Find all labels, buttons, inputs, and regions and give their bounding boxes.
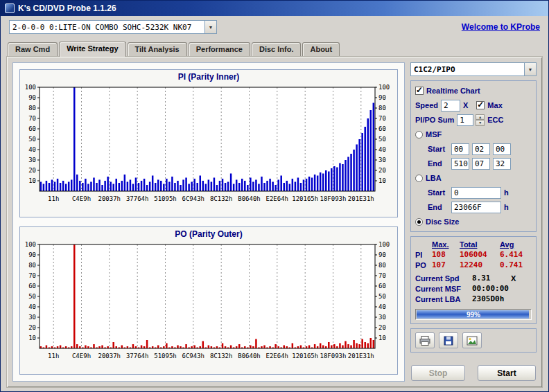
tab-label: Write Strategy (67, 44, 118, 53)
pipo-sum-row: PI/PO Sum 1 ▲ ▼ ECC (415, 114, 532, 126)
stats-header-max: Max. (432, 240, 460, 249)
tab-about[interactable]: About (302, 42, 340, 56)
msf-radio[interactable] (415, 131, 423, 139)
svg-text:70: 70 (378, 272, 386, 279)
lba-label: LBA (426, 174, 442, 182)
drive-select[interactable]: 2-0-0-0 0:LITE-ON COMBO SOHC-5232K NK07 … (9, 20, 217, 34)
svg-text:80: 80 (28, 262, 36, 269)
spinner-up-icon[interactable]: ▲ (476, 114, 485, 121)
svg-text:10: 10 (28, 335, 36, 341)
mode-select-value: C1C2/PIPO (411, 65, 524, 74)
stop-button[interactable]: Stop (411, 365, 465, 381)
svg-text:20: 20 (378, 167, 386, 174)
lba-radio-row: LBA (415, 172, 532, 184)
svg-text:11h: 11h (48, 353, 59, 359)
lba-start-row: Start 0 h (415, 186, 532, 199)
spinner-down-icon[interactable]: ▼ (476, 120, 485, 126)
welcome-link[interactable]: Welcome to KProbe (462, 22, 540, 32)
msf-start-sec-input[interactable]: 02 (472, 143, 490, 155)
current-msf-label: Current MSF (415, 285, 472, 293)
pipo-sum-input[interactable]: 1 (457, 114, 473, 126)
svg-text:30: 30 (28, 314, 36, 321)
msf-radio-row: MSF (415, 128, 532, 141)
speed-input[interactable]: 2 (441, 100, 460, 112)
title-bar[interactable]: K's CD/DVD Probe 1.1.26 (1, 1, 548, 16)
current-status-table: Current Spd 8.31 X Current MSF 00:00:00 … (415, 274, 532, 303)
svg-text:60: 60 (28, 283, 36, 289)
printer-icon (419, 336, 430, 346)
po-max-value: 107 (432, 260, 460, 269)
msf-end-min-input[interactable]: 510 (451, 158, 469, 170)
msf-label: MSF (426, 130, 442, 139)
svg-text:51095h: 51095h (154, 195, 177, 202)
svg-text:50: 50 (378, 136, 386, 143)
print-button[interactable] (415, 332, 435, 348)
disc-size-radio[interactable] (415, 218, 423, 226)
msf-start-row: Start 00 02 00 (415, 143, 532, 155)
pipo-sum-label: PI/PO Sum (415, 116, 454, 124)
svg-text:50: 50 (378, 293, 386, 300)
image-icon (467, 336, 478, 346)
tab-label: Performance (196, 45, 243, 53)
current-msf-value: 00:00:00 (472, 284, 511, 293)
scan-progress-bar: 99% (415, 309, 532, 320)
po-chart-title: PO (Parity Outer) (175, 229, 242, 240)
po-total-value: 12240 (460, 260, 500, 269)
svg-text:37764h: 37764h (126, 195, 149, 202)
lba-radio[interactable] (415, 175, 423, 182)
floppy-disk-icon (444, 336, 453, 346)
svg-text:30: 30 (378, 157, 386, 163)
svg-text:90: 90 (28, 251, 36, 258)
lba-start-input[interactable]: 0 (451, 187, 501, 199)
msf-start-frame-input[interactable]: 00 (493, 143, 511, 155)
pi-total-value: 106004 (460, 250, 500, 259)
current-spd-label: Current Spd (415, 274, 472, 283)
tab-tilt-analysis[interactable]: Tilt Analysis (128, 42, 187, 56)
msf-end-frame-input[interactable]: 32 (493, 158, 511, 170)
svg-text:E2E64h: E2E64h (266, 195, 289, 202)
max-speed-checkbox[interactable] (476, 101, 485, 109)
lba-start-label: Start (428, 188, 448, 197)
export-image-button[interactable] (462, 332, 482, 348)
scan-settings-box: Realtime Chart Speed 2 X Max PI/PO Sum 1… (410, 80, 537, 232)
svg-text:90: 90 (378, 251, 386, 258)
svg-text:60: 60 (378, 125, 386, 132)
svg-text:18F093h: 18F093h (320, 195, 347, 202)
tab-write-strategy[interactable]: Write Strategy (59, 42, 125, 57)
speed-label: Speed (415, 101, 438, 109)
lba-end-input[interactable]: 23066F (451, 202, 501, 213)
tab-performance[interactable]: Performance (189, 42, 250, 56)
mode-select[interactable]: C1C2/PIPO ▼ (410, 62, 537, 76)
app-icon (5, 3, 15, 13)
sidebar: C1C2/PIPO ▼ Realtime Chart Speed 2 X Max… (410, 62, 537, 382)
svg-text:40: 40 (378, 303, 386, 310)
msf-start-min-input[interactable]: 00 (451, 143, 469, 155)
tab-raw-cmd[interactable]: Raw Cmd (8, 42, 58, 56)
svg-text:37764h: 37764h (126, 353, 149, 359)
disc-size-radio-row: Disc Size (415, 215, 532, 228)
chevron-down-icon[interactable]: ▼ (524, 63, 536, 75)
svg-text:6C943h: 6C943h (182, 195, 205, 202)
tab-label: Disc Info. (259, 45, 294, 53)
lba-end-row: End 23066F h (415, 201, 532, 213)
svg-text:10: 10 (28, 177, 36, 184)
chevron-down-icon[interactable]: ▼ (204, 21, 216, 33)
svg-text:20: 20 (378, 324, 386, 331)
tab-label: Tilt Analysis (135, 45, 180, 53)
tab-strip: Raw Cmd Write Strategy Tilt Analysis Per… (1, 38, 548, 56)
svg-text:80: 80 (378, 105, 386, 112)
svg-text:70: 70 (28, 272, 36, 279)
app-window: K's CD/DVD Probe 1.1.26 2-0-0-0 0:LITE-O… (0, 0, 549, 392)
svg-text:B0640h: B0640h (238, 353, 261, 359)
realtime-chart-checkbox[interactable] (415, 87, 424, 95)
svg-text:20: 20 (28, 167, 36, 174)
msf-end-sec-input[interactable]: 07 (472, 158, 490, 170)
start-button[interactable]: Start (478, 365, 536, 381)
svg-text:10: 10 (378, 335, 386, 341)
svg-text:60: 60 (28, 125, 36, 132)
svg-text:120165h: 120165h (292, 195, 318, 202)
realtime-chart-label: Realtime Chart (426, 87, 480, 95)
save-button[interactable] (439, 332, 458, 348)
tab-disc-info[interactable]: Disc Info. (252, 42, 302, 56)
svg-text:10: 10 (378, 177, 386, 184)
